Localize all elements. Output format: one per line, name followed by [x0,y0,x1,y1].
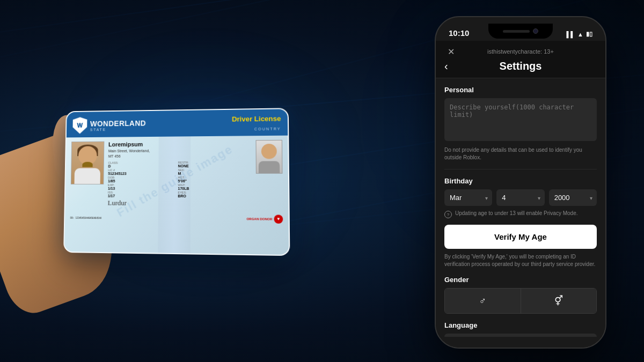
privacy-mode-note: ? Updating age to under 13 will enable P… [444,210,597,218]
card-photo [71,141,105,184]
phone-screen: 10:10 ▌▌ ▲ ▮▯ ✕ isthistwentycharacte: 13… [436,17,605,348]
male-gender-icon: ♂ [479,295,487,307]
personal-privacy-note: Do not provide any details that can be u… [444,146,597,161]
phone-outer: 10:10 ▌▌ ▲ ▮▯ ✕ isthistwentycharacte: 13… [435,16,606,349]
status-icons: ▌▌ ▲ ▮▯ [567,31,592,38]
gender-options: ♂ ⚥ [444,288,597,314]
id-card: W WONDERLAND STATE Driver License COUNTR… [63,108,290,256]
card-shield-icon: W [72,117,87,134]
left-section: W WONDERLAND STATE Driver License COUNTR… [0,0,349,362]
gender-section: Gender ♂ ⚥ [444,276,597,314]
day-select-wrapper: 123 45 ▾ [496,189,544,206]
info-icon: ? [444,211,452,218]
other-gender-icon: ⚥ [554,295,563,307]
language-select[interactable]: English Spanish French German Portuguese… [444,334,597,337]
back-row: ‹ Settings [444,60,597,78]
card-state-sub: STATE [90,127,146,131]
card-organ-donor: ORGAN DONOR ♥ [246,214,283,223]
language-dropdown: English Spanish French German Portuguese… [444,334,597,337]
month-select[interactable]: JanFebMar AprMayJun JulAugSep OctNovDec [444,189,492,206]
battery-icon: ▮▯ [586,31,592,38]
phone-content: ✕ isthistwentycharacte: 13+ ‹ Settings P… [436,41,605,348]
card-photo-face [78,146,97,165]
language-section-label: Language [444,321,597,329]
app-subtitle: isthistwentycharacte: 13+ [487,48,554,55]
organ-heart-icon: ♥ [274,214,283,223]
status-time: 10:10 [449,28,469,38]
wifi-icon: ▲ [577,31,583,38]
card-photo-body [75,168,100,183]
language-section: Language English Spanish French German P… [444,321,597,337]
card-right-face [261,143,277,158]
card-header: W WONDERLAND STATE Driver License COUNTR… [67,109,288,137]
page-title: Settings [500,60,542,72]
card-info: Loremipsum Main Street, Wonderland, MT 4… [108,140,250,208]
year-select-wrapper: 199819992000 2001 ▾ [549,189,597,206]
app-header: ✕ isthistwentycharacte: 13+ ‹ Settings [436,41,605,78]
signal-icon: ▌▌ [567,31,575,38]
card-holder-name: Loremipsum [108,140,249,147]
card-address: Main Street, Wonderland, MT 456 [108,147,250,159]
birthday-section-label: Birthday [444,177,597,185]
card-license-type: Driver License [232,114,281,123]
card-right-photo [256,139,283,173]
card-logo: W WONDERLAND STATE [72,116,146,134]
month-select-wrapper: JanFebMar AprMayJun JulAugSep OctNovDec … [444,189,492,206]
gender-section-label: Gender [444,276,597,284]
card-barcode: DD: 12345455446456464544 [70,216,101,219]
back-button[interactable]: ‹ [444,60,460,72]
close-button[interactable]: ✕ [444,45,457,58]
phone-notch [488,24,553,39]
card-title-area: Driver License COUNTRY [232,114,281,132]
phone-speaker [503,30,530,33]
hand-area: W WONDERLAND STATE Driver License COUNTR… [19,69,330,294]
verify-age-button[interactable]: Verify My Age [444,225,597,249]
divider-1 [444,169,597,169]
card-details: CLASS: D RESTR: NONE LIC # 512345123 S [108,160,250,198]
card-signature: Lurdur [108,198,250,208]
close-row: ✕ isthistwentycharacte: 13+ [444,45,597,58]
gender-other-option[interactable]: ⚥ [521,289,597,313]
card-body: Loremipsum Main Street, Wonderland, MT 4… [65,135,288,212]
card-country-label: COUNTRY [254,127,281,131]
card-state-name: WONDERLAND [90,119,146,128]
card-right-body [259,161,280,173]
gender-male-option[interactable]: ♂ [445,289,521,313]
phone-camera [533,28,538,34]
phone-section: 10:10 ▌▌ ▲ ▮▯ ✕ isthistwentycharacte: 13… [435,16,617,349]
verify-note: By clicking 'Verify My Age,' you will be… [444,253,597,268]
personal-description-input[interactable] [444,98,597,141]
year-select[interactable]: 199819992000 2001 [549,189,597,206]
personal-section-label: Personal [444,86,597,94]
day-select[interactable]: 123 45 [496,189,544,206]
birthday-row: JanFebMar AprMayJun JulAugSep OctNovDec … [444,189,597,206]
settings-scroll[interactable]: Personal Do not provide any details that… [436,78,605,337]
